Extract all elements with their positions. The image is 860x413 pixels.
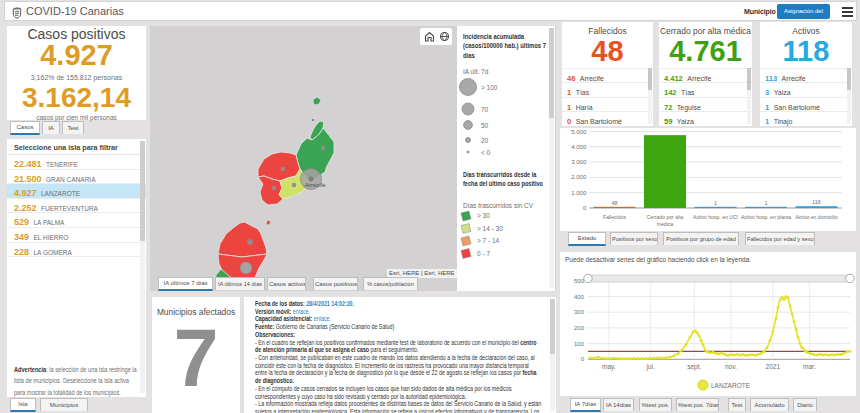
- svg-text:1.000: 1.000: [571, 190, 587, 196]
- svg-text:2021: 2021: [766, 363, 781, 370]
- svg-text:Activo hosp. en planta: Activo hosp. en planta: [741, 214, 791, 220]
- svg-text:116: 116: [812, 199, 821, 205]
- svg-text:LANZAROTE: LANZAROTE: [711, 382, 751, 389]
- svg-text:2.000: 2.000: [571, 174, 587, 180]
- svg-text:Arrecife: Arrecife: [305, 182, 326, 188]
- svg-text:> 7 - 14: > 7 - 14: [477, 237, 500, 244]
- svg-text:50: 50: [481, 122, 489, 129]
- svg-text:Cerrado por alta: Cerrado por alta: [647, 214, 684, 220]
- svg-text:5.000: 5.000: [571, 129, 587, 135]
- svg-text:nov.: nov.: [725, 363, 737, 370]
- svg-text:> 14 - 30: > 14 - 30: [477, 225, 503, 232]
- svg-text:300: 300: [574, 309, 585, 315]
- svg-text:200: 200: [574, 325, 585, 331]
- svg-text:< 0: < 0: [481, 149, 491, 156]
- svg-text:4.000: 4.000: [571, 144, 587, 150]
- svg-text:> 30: > 30: [477, 212, 490, 219]
- svg-text:400: 400: [574, 294, 585, 300]
- svg-text:Activo hosp. en UCI: Activo hosp. en UCI: [693, 214, 738, 220]
- svg-text:20: 20: [481, 137, 489, 144]
- svg-text:Activo en domicilio: Activo en domicilio: [795, 214, 837, 220]
- svg-text:médica: médica: [657, 221, 674, 227]
- svg-text:mar.: mar.: [803, 363, 816, 370]
- svg-text:0: 0: [583, 205, 587, 211]
- svg-text:3.000: 3.000: [571, 159, 587, 165]
- svg-text:jul.: jul.: [646, 363, 656, 371]
- svg-text:1: 1: [764, 200, 767, 206]
- svg-text:0: 0: [581, 356, 585, 362]
- svg-text:sept.: sept.: [687, 363, 701, 371]
- svg-text:Fallecidos: Fallecidos: [603, 214, 626, 220]
- svg-text:> 100: > 100: [481, 84, 498, 91]
- svg-text:48: 48: [611, 200, 617, 206]
- svg-text:100: 100: [574, 341, 585, 347]
- svg-text:500: 500: [574, 278, 585, 284]
- svg-text:1: 1: [714, 200, 717, 206]
- svg-text:0 - 7: 0 - 7: [477, 250, 490, 257]
- svg-text:70: 70: [481, 106, 489, 113]
- svg-text:may.: may.: [602, 363, 616, 371]
